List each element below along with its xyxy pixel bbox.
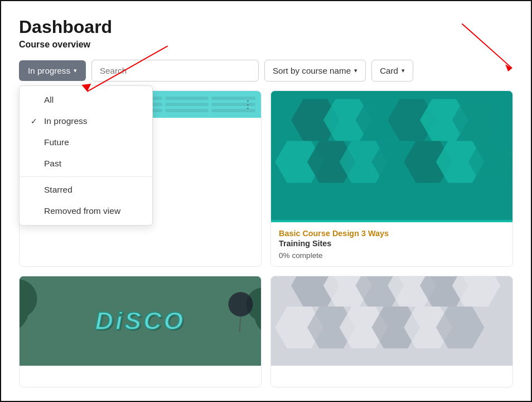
chevron-down-icon: ▾: [74, 67, 77, 74]
card-menu-icon[interactable]: ⋮: [243, 98, 253, 111]
sort-label: Sort by course name: [273, 66, 351, 75]
card-title-2: Basic Course Design 3 Ways: [279, 229, 505, 238]
check-icon: ✓: [31, 117, 40, 126]
filter-option-starred[interactable]: Starred: [20, 179, 152, 200]
course-overview-label: Course overview: [19, 40, 513, 50]
chevron-down-icon: ▾: [354, 67, 357, 74]
filter-all-label: All: [44, 95, 54, 105]
svg-point-25: [229, 292, 253, 317]
course-card-4[interactable]: [270, 276, 513, 387]
course-card-2[interactable]: Basic Course Design 3 Ways Training Site…: [270, 90, 513, 267]
course-card-3[interactable]: DiSCO: [19, 276, 262, 387]
disco-text: DiSCO: [95, 307, 186, 335]
card-progress-2: 0% complete: [279, 251, 505, 260]
filter-option-past[interactable]: Past: [20, 153, 152, 174]
card-body-2: Basic Course Design 3 Ways Training Site…: [271, 222, 512, 266]
check-icon: [31, 138, 40, 147]
filter-dropdown: All ✓ In progress Future Past Starred: [19, 85, 153, 226]
search-input[interactable]: [91, 60, 259, 82]
filter-removed-label: Removed from view: [44, 206, 120, 216]
card-label: Card: [380, 66, 398, 75]
check-icon: [31, 207, 40, 216]
filter-option-future[interactable]: Future: [20, 132, 152, 153]
card-subtitle-2: Training Sites: [279, 239, 505, 248]
dropdown-divider: [20, 176, 152, 177]
progress-filter-label: In progress: [28, 66, 70, 75]
filter-starred-label: Starred: [44, 185, 72, 195]
check-icon: [31, 185, 40, 194]
check-icon: [31, 159, 40, 168]
filter-option-all[interactable]: All: [20, 89, 152, 111]
check-icon: [31, 95, 40, 104]
disco-bg: DiSCO: [20, 276, 261, 366]
filter-option-removed[interactable]: Removed from view: [20, 200, 152, 222]
gray-hex-bg: [271, 276, 512, 366]
filter-option-inprogress[interactable]: ✓ In progress: [20, 111, 152, 132]
progress-filter-button[interactable]: In progress ▾: [19, 60, 86, 81]
card-image-wrapper: [271, 91, 512, 222]
green-hex-bg: [271, 91, 512, 222]
page-title: Dashboard: [19, 17, 513, 37]
filter-future-label: Future: [44, 137, 69, 147]
filter-inprogress-label: In progress: [44, 116, 88, 126]
sort-button[interactable]: Sort by course name ▾: [264, 60, 366, 82]
filter-past-label: Past: [44, 159, 61, 169]
toolbar: In progress ▾ Sort by course name ▾ Card…: [19, 60, 513, 82]
chevron-down-icon: ▾: [402, 67, 405, 74]
card-view-button[interactable]: Card ▾: [371, 60, 413, 82]
